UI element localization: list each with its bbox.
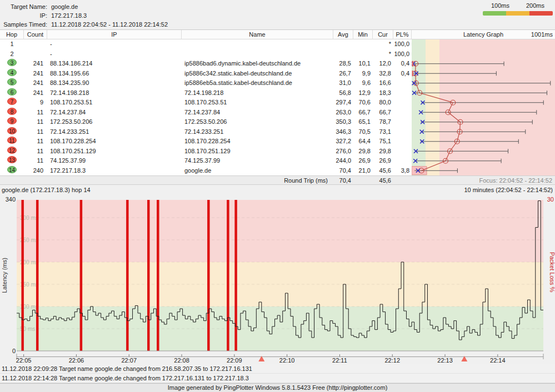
hop-cur: 29,8 bbox=[373, 147, 393, 157]
hop-pl bbox=[393, 98, 412, 108]
col-header-name[interactable]: Name bbox=[182, 30, 333, 39]
col-header-ip[interactable]: IP bbox=[47, 30, 182, 39]
samples-timed-label: Samples Timed: bbox=[0, 20, 47, 29]
hop-status-badge: 3 bbox=[7, 59, 17, 66]
hop-pl: 0,4 bbox=[393, 69, 412, 79]
round-trip-label: Round Trip (ms) bbox=[182, 176, 333, 185]
hop-ip: 108.170.253.51 bbox=[47, 98, 182, 108]
round-trip-row: Round Trip (ms) 70,4 45,6 Focus: 22:04:5… bbox=[0, 175, 555, 185]
target-name-value: google.de bbox=[51, 2, 78, 11]
col-header-hop[interactable]: Hop bbox=[0, 30, 24, 39]
hop-pl bbox=[393, 88, 412, 98]
packet-loss-bar bbox=[234, 200, 237, 351]
col-header-count[interactable]: Count bbox=[24, 30, 47, 39]
time-tick-label: 22:09 bbox=[227, 357, 242, 364]
packet-loss-marker bbox=[412, 71, 414, 76]
focus-range-label: Focus: 22:04:52 - 22:14:52 bbox=[412, 176, 555, 185]
hop-status-badge: 6 bbox=[7, 88, 17, 96]
hop-ip: 72.14.198.218 bbox=[47, 88, 182, 98]
packet-loss-bar bbox=[157, 200, 159, 351]
hop-ip: 72.14.233.251 bbox=[47, 127, 182, 137]
hop-number: 8 bbox=[0, 108, 24, 118]
hop-number: 1 bbox=[0, 39, 24, 49]
timeline-target-label: google.de (172.217.18.3) hop 14 bbox=[2, 187, 91, 193]
hop-table-body: 1-*100,02-*100,0324188.134.186.214ip5886… bbox=[0, 39, 555, 175]
hop-name: ip5886bad6.dynamic.kabel-deutschland.de bbox=[182, 59, 333, 69]
hop-cur: 80,0 bbox=[373, 98, 393, 108]
col-header-avg[interactable]: Avg bbox=[333, 30, 353, 39]
hop-name: 108.170.251.129 bbox=[182, 147, 333, 157]
hop-pl bbox=[393, 108, 412, 118]
hop-min bbox=[353, 39, 373, 49]
legend-red-segment bbox=[529, 11, 553, 16]
hop-number: 13 bbox=[0, 156, 24, 166]
hop-avg: 26,7 bbox=[333, 69, 353, 79]
hop-count: 11 bbox=[24, 108, 47, 118]
hop-status-badge: 10 bbox=[7, 127, 17, 134]
hop-name: 72.14.198.218 bbox=[182, 88, 333, 98]
hop-name bbox=[182, 49, 333, 59]
col-header-cur[interactable]: Cur bbox=[373, 30, 393, 39]
event-row: 11.12.2018 22:14:28 Target name google.d… bbox=[0, 374, 555, 383]
timeline-graph[interactable]: 300 ms250 ms200 ms150 ms100 ms50 ms22:05… bbox=[0, 194, 555, 364]
packet-loss-bar bbox=[227, 200, 229, 351]
hop-name: 108.170.253.51 bbox=[182, 98, 333, 108]
hop-ip: 108.170.228.254 bbox=[47, 137, 182, 147]
col-header-pl-[interactable]: PL% bbox=[393, 30, 412, 39]
hop-number: 6 bbox=[0, 88, 24, 98]
hop-status-badge: 7 bbox=[7, 98, 17, 105]
hop-pl bbox=[393, 127, 412, 137]
hop-min: 70,6 bbox=[353, 98, 373, 108]
hop-table-header: HopCountIPNameAvgMinCurPL%Latency Graph1… bbox=[0, 30, 555, 39]
pingplotter-window: Target Name: google.de IP: 172.217.18.3 … bbox=[0, 0, 555, 392]
col-header-min[interactable]: Min bbox=[353, 30, 373, 39]
legend-yellow-segment bbox=[506, 11, 529, 16]
hop-min: 10,1 bbox=[353, 59, 373, 69]
hop-number: 4 bbox=[0, 69, 24, 79]
hop-min: 9,6 bbox=[353, 78, 373, 88]
col-header-latency-graph[interactable]: Latency Graph1001ms bbox=[412, 30, 555, 39]
hop-avg: 346,3 bbox=[333, 127, 353, 137]
hop-number: 12 bbox=[0, 147, 24, 157]
hop-cur: 18,3 bbox=[373, 88, 393, 98]
hop-name bbox=[182, 39, 333, 49]
hop-avg: 327,2 bbox=[333, 137, 353, 147]
hop-avg: 244,0 bbox=[333, 156, 353, 166]
target-name-label: Target Name: bbox=[0, 2, 47, 11]
packet-loss-bar bbox=[126, 200, 129, 351]
time-tick-label: 22:10 bbox=[279, 357, 295, 364]
hop-name: 72.14.237.84 bbox=[182, 108, 333, 118]
hop-ip: 88.134.235.90 bbox=[47, 78, 182, 88]
footer-credit: Image generated by PingPlotter Windows 5… bbox=[0, 383, 555, 392]
hop-ip: 74.125.37.99 bbox=[47, 156, 182, 166]
hop-cur: 78,7 bbox=[373, 117, 393, 127]
hop-cur: 12,0 bbox=[373, 59, 393, 69]
hop-count: 241 bbox=[24, 88, 47, 98]
y-min-label: 0 bbox=[12, 348, 16, 354]
hop-name: 74.125.37.99 bbox=[182, 156, 333, 166]
hop-name: google.de bbox=[182, 166, 333, 176]
summary-header: Target Name: google.de IP: 172.217.18.3 … bbox=[0, 0, 555, 29]
latency-scale-label: 1001ms bbox=[531, 30, 553, 39]
hop-ip: 88.134.186.214 bbox=[47, 59, 182, 69]
hop-avg: 297,4 bbox=[333, 98, 353, 108]
hop-count: 241 bbox=[24, 59, 47, 69]
hop-pl: 3,8 bbox=[393, 166, 412, 176]
hop-name: 172.253.50.206 bbox=[182, 117, 333, 127]
hop-status-badge: 12 bbox=[7, 147, 17, 154]
timeline-range-label: 10 minutes (22:04:52 - 22:14:52) bbox=[464, 187, 553, 193]
y-axis-title: Latency (ms) bbox=[1, 258, 8, 293]
hop-pl: 100,0 bbox=[393, 39, 412, 49]
hop-ip: 172.217.18.3 bbox=[47, 166, 182, 176]
hop-name: 72.14.233.251 bbox=[182, 127, 333, 137]
hop-avg: 350,3 bbox=[333, 117, 353, 127]
hop-pl bbox=[393, 147, 412, 157]
hop-min: 12,9 bbox=[353, 88, 373, 98]
hop-ip: 172.253.50.206 bbox=[47, 117, 182, 127]
latency-graph[interactable] bbox=[412, 39, 555, 175]
hop-number: 5 bbox=[0, 78, 24, 88]
hop-name: ip5886c342.static.kabel-deutschland.de bbox=[182, 69, 333, 79]
hop-count: 11 bbox=[24, 117, 47, 127]
time-tick-label: 22:13 bbox=[437, 357, 453, 364]
hop-cur: 73,1 bbox=[373, 127, 393, 137]
